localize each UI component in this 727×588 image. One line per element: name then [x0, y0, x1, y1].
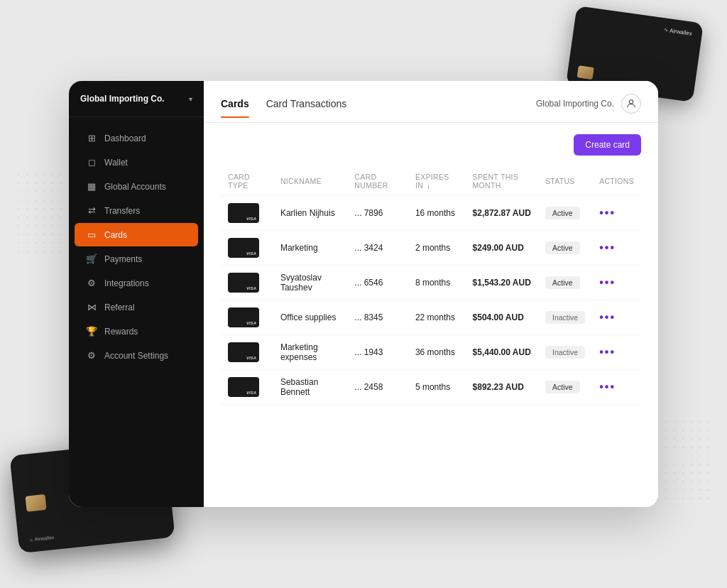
header-company-name: Global Importing Co. — [536, 99, 614, 109]
cell-expires-in: 36 months — [408, 335, 466, 370]
actions-menu-button[interactable]: ••• — [599, 381, 616, 393]
sidebar-item-transfers[interactable]: ⇄ Transfers — [75, 199, 198, 222]
sidebar: Global Importing Co. ▾ ⊞ Dashboard ◻ Wal… — [69, 81, 204, 507]
header-right: Global Importing Co. — [536, 94, 641, 122]
sidebar-item-payments[interactable]: 🛒 Payments — [75, 247, 198, 271]
cell-expires-in: 8 months — [408, 266, 466, 300]
sort-icon: ↓ — [427, 183, 430, 190]
tab-card-transactions[interactable]: Card Transactions — [266, 98, 347, 118]
referral-icon: ⋈ — [86, 302, 97, 312]
cell-card-type: VISA — [221, 196, 273, 231]
actions-menu-button[interactable]: ••• — [599, 276, 616, 288]
global-accounts-icon: ▦ — [86, 181, 97, 192]
cell-status: Inactive — [538, 335, 592, 370]
cell-card-number: ... 7896 — [347, 196, 408, 231]
card-thumbnail: VISA — [228, 307, 259, 327]
status-badge: Active — [545, 276, 580, 289]
cell-actions[interactable]: ••• — [592, 266, 641, 300]
create-card-button[interactable]: Create card — [574, 134, 641, 156]
rewards-icon: 🏆 — [86, 326, 97, 337]
cell-expires-in: 2 months — [408, 231, 466, 266]
cell-actions[interactable]: ••• — [592, 300, 641, 335]
dashboard-icon: ⊞ — [86, 133, 97, 143]
cell-status: Active — [538, 196, 592, 231]
cell-spent-this-month: $249.00 AUD — [466, 231, 538, 266]
cell-spent-this-month: $5,440.00 AUD — [466, 335, 538, 370]
cell-status: Active — [538, 231, 592, 266]
actions-menu-button[interactable]: ••• — [599, 207, 616, 219]
sidebar-item-dashboard[interactable]: ⊞ Dashboard — [75, 126, 198, 150]
sidebar-item-global-accounts[interactable]: ▦ Global Accounts — [75, 175, 198, 198]
tab-cards[interactable]: Cards — [221, 98, 249, 118]
cell-card-type: VISA — [221, 266, 273, 300]
sidebar-header[interactable]: Global Importing Co. ▾ — [69, 81, 204, 117]
cell-card-number: ... 1943 — [347, 335, 408, 370]
user-avatar[interactable] — [621, 94, 641, 114]
col-actions: ACTIONS — [592, 167, 641, 196]
content-area: Create card CARD TYPE NICKNAME CARD NUMB… — [204, 123, 658, 507]
sidebar-item-rewards[interactable]: 🏆 Rewards — [75, 320, 198, 343]
sidebar-item-integrations[interactable]: ⚙ Integrations — [75, 271, 198, 295]
cell-expires-in: 22 months — [408, 300, 466, 335]
table-header: CARD TYPE NICKNAME CARD NUMBER EXPIRES I… — [221, 167, 641, 196]
card-thumbnail: VISA — [228, 377, 259, 397]
cards-table: CARD TYPE NICKNAME CARD NUMBER EXPIRES I… — [221, 167, 641, 405]
status-badge: Inactive — [545, 346, 585, 359]
col-card-type: CARD TYPE — [221, 167, 273, 196]
cell-spent-this-month: $504.00 AUD — [466, 300, 538, 335]
sidebar-item-wallet[interactable]: ◻ Wallet — [75, 151, 198, 174]
sidebar-item-account-settings[interactable]: ⚙ Account Settings — [75, 344, 198, 367]
settings-icon: ⚙ — [86, 350, 97, 361]
cell-card-type: VISA — [221, 300, 273, 335]
sidebar-item-cards[interactable]: ▭ Cards — [75, 223, 198, 246]
cell-nickname: Karlien Nijhuis — [273, 196, 347, 231]
actions-menu-button[interactable]: ••• — [599, 311, 616, 323]
status-badge: Active — [545, 241, 580, 254]
sidebar-item-referral[interactable]: ⋈ Referral — [75, 295, 198, 319]
table-row: VISAMarketing expenses... 194336 months$… — [221, 335, 641, 370]
table-row: VISAOffice supplies... 834522 months$504… — [221, 300, 641, 335]
table-row: VISASvyatoslav Taushev... 65468 months$1… — [221, 266, 641, 300]
cell-actions[interactable]: ••• — [592, 370, 641, 405]
integrations-icon: ⚙ — [86, 278, 97, 288]
status-badge: Active — [545, 381, 580, 393]
col-card-number: CARD NUMBER — [347, 167, 408, 196]
col-status: STATUS — [538, 167, 592, 196]
col-expires-in[interactable]: EXPIRES IN ↓ — [408, 167, 466, 196]
cell-card-number: ... 6546 — [347, 266, 408, 300]
card-thumbnail: VISA — [228, 273, 259, 293]
cell-card-number: ... 8345 — [347, 300, 408, 335]
cell-actions[interactable]: ••• — [592, 335, 641, 370]
company-name: Global Importing Co. — [80, 94, 165, 104]
cell-spent-this-month: $2,872.87 AUD — [466, 196, 538, 231]
svg-point-0 — [629, 100, 633, 104]
col-nickname: NICKNAME — [273, 167, 347, 196]
actions-menu-button[interactable]: ••• — [599, 346, 616, 358]
sidebar-nav: ⊞ Dashboard ◻ Wallet ▦ Global Accounts ⇄… — [69, 117, 204, 507]
cell-card-number: ... 2458 — [347, 370, 408, 405]
status-badge: Active — [545, 207, 580, 219]
cell-nickname: Sebastian Bennett — [273, 370, 347, 405]
card-chip-large — [25, 494, 46, 511]
cell-card-type: VISA — [221, 335, 273, 370]
cell-actions[interactable]: ••• — [592, 231, 641, 266]
tab-bar: Cards Card Transactions — [221, 98, 346, 118]
cards-icon: ▭ — [86, 229, 97, 240]
cell-spent-this-month: $892.23 AUD — [466, 370, 538, 405]
card-thumbnail: VISA — [228, 238, 259, 258]
cell-nickname: Svyatoslav Taushev — [273, 266, 347, 300]
card-thumbnail: VISA — [228, 203, 259, 223]
status-badge: Inactive — [545, 311, 585, 324]
col-spent: SPENT THIS MONTH — [466, 167, 538, 196]
cell-card-type: VISA — [221, 370, 273, 405]
cell-nickname: Office supplies — [273, 300, 347, 335]
table-row: VISAKarlien Nijhuis... 789616 months$2,8… — [221, 196, 641, 231]
actions-menu-button[interactable]: ••• — [599, 241, 616, 254]
cell-card-type: VISA — [221, 231, 273, 266]
chevron-down-icon: ▾ — [189, 95, 192, 103]
card-thumbnail: VISA — [228, 342, 259, 362]
cell-expires-in: 5 months — [408, 370, 466, 405]
app-window: Global Importing Co. ▾ ⊞ Dashboard ◻ Wal… — [69, 81, 658, 507]
cell-actions[interactable]: ••• — [592, 196, 641, 231]
cell-expires-in: 16 months — [408, 196, 466, 231]
